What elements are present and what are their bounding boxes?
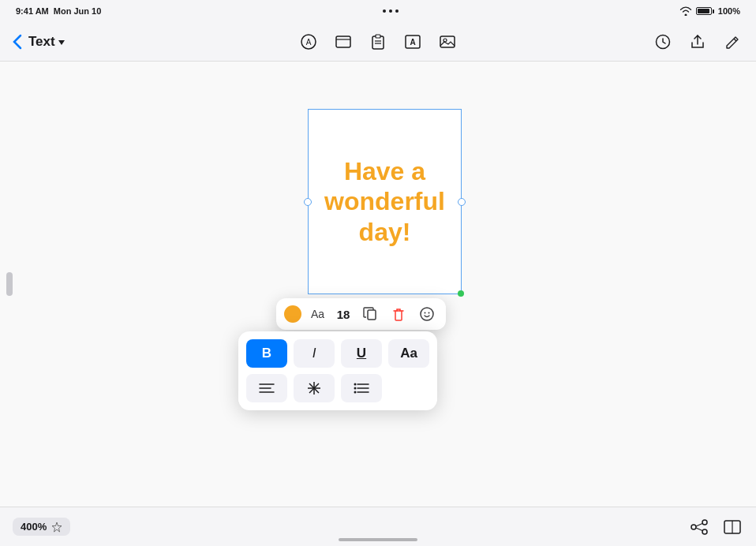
battery-label: 100% xyxy=(718,6,740,16)
chevron-down-icon[interactable] xyxy=(58,40,65,45)
svg-text:A: A xyxy=(410,38,415,47)
dot1 xyxy=(383,9,386,13)
format-row-2 xyxy=(246,374,429,402)
status-dots xyxy=(383,9,399,13)
grid-view-icon xyxy=(723,518,742,537)
home-indicator xyxy=(339,538,417,541)
resize-handle-left[interactable] xyxy=(304,198,312,206)
connection-dot xyxy=(458,290,464,297)
zoom-level: 400% xyxy=(21,521,47,533)
share-icon[interactable] xyxy=(687,31,709,53)
more-options-button[interactable] xyxy=(416,303,438,325)
star-icon xyxy=(51,522,62,533)
align-left-icon xyxy=(258,382,275,395)
svg-rect-2 xyxy=(336,36,350,47)
bottom-right-controls xyxy=(688,516,743,538)
svg-line-13 xyxy=(734,39,736,41)
zoom-control[interactable]: 400% xyxy=(13,518,70,536)
list-button[interactable] xyxy=(341,374,382,402)
svg-point-15 xyxy=(421,308,433,320)
clipboard-icon[interactable] xyxy=(367,31,389,53)
status-time: 9:41 AM Mon Jun 10 xyxy=(16,6,101,16)
svg-point-11 xyxy=(443,39,447,42)
font-button[interactable]: Aa xyxy=(388,339,429,368)
back-arrow-icon xyxy=(13,34,22,50)
connect-icon xyxy=(690,518,709,537)
history-icon xyxy=(654,33,672,50)
diagram-icon[interactable] xyxy=(688,516,710,538)
copy-icon xyxy=(362,306,378,322)
text-box-text[interactable]: Have a wonderful day! xyxy=(316,156,453,247)
asterisk-button[interactable] xyxy=(294,374,335,402)
layers-tool-icon xyxy=(335,33,352,50)
smiley-icon xyxy=(419,306,435,322)
resize-handle-right[interactable] xyxy=(458,198,466,206)
image-tool-icon xyxy=(439,33,456,50)
battery-indicator xyxy=(696,7,714,15)
center-align-icon xyxy=(306,380,322,396)
toolbar-center-icons: A A xyxy=(298,31,458,53)
date-label: Mon Jun 10 xyxy=(54,6,102,16)
bold-button[interactable]: B xyxy=(246,339,287,368)
pen-tool-icon: A xyxy=(300,33,317,50)
time-label: 9:41 AM xyxy=(16,6,49,16)
svg-rect-14 xyxy=(368,310,376,320)
svg-point-16 xyxy=(425,312,426,314)
clipboard-tool-icon xyxy=(369,33,387,50)
svg-point-30 xyxy=(354,391,357,394)
annotate-icon[interactable]: A xyxy=(298,31,320,53)
back-button[interactable] xyxy=(13,34,22,50)
italic-button[interactable]: I xyxy=(294,339,335,368)
text-box-container[interactable]: Have a wonderful day! xyxy=(308,109,462,294)
share-tool-icon xyxy=(689,33,706,50)
toolbar-right-icons xyxy=(652,31,743,53)
align-button[interactable] xyxy=(246,374,287,402)
svg-line-35 xyxy=(696,523,702,526)
image-icon[interactable] xyxy=(436,31,458,53)
svg-rect-5 xyxy=(376,35,380,38)
svg-rect-10 xyxy=(440,36,455,47)
wifi-icon xyxy=(679,6,692,16)
gallery-icon[interactable] xyxy=(721,516,743,538)
clock-icon[interactable] xyxy=(652,31,674,53)
svg-point-34 xyxy=(702,529,707,534)
trash-icon xyxy=(391,306,406,322)
svg-point-17 xyxy=(429,312,430,314)
status-right: 100% xyxy=(679,6,740,16)
title-group: Text xyxy=(28,34,65,50)
format-row-1: B I U Aa xyxy=(246,339,429,368)
svg-point-29 xyxy=(354,387,357,390)
float-toolbar: Aa 18 xyxy=(276,298,446,330)
svg-point-33 xyxy=(702,520,707,525)
dot2 xyxy=(389,9,392,13)
svg-text:A: A xyxy=(306,38,312,47)
copy-button[interactable] xyxy=(359,303,381,325)
scroll-handle[interactable] xyxy=(6,272,13,296)
svg-line-36 xyxy=(696,528,702,531)
edit-icon[interactable] xyxy=(721,31,743,53)
svg-point-32 xyxy=(691,525,696,529)
color-picker-button[interactable] xyxy=(284,305,301,323)
svg-point-28 xyxy=(354,383,357,386)
svg-marker-31 xyxy=(52,522,62,532)
underline-button[interactable]: U xyxy=(341,339,382,368)
layers-icon[interactable] xyxy=(332,31,354,53)
page-title: Text xyxy=(28,34,55,50)
text-format-icon[interactable]: A xyxy=(402,31,424,53)
delete-button[interactable] xyxy=(387,303,410,325)
dot3 xyxy=(395,9,399,13)
text-tool-icon: A xyxy=(404,33,421,50)
format-panel: B I U Aa xyxy=(238,331,437,410)
status-bar: 9:41 AM Mon Jun 10 100% xyxy=(0,0,756,22)
font-size-label: 18 xyxy=(334,308,353,321)
text-box[interactable]: Have a wonderful day! xyxy=(308,109,462,294)
canvas-area[interactable]: Have a wonderful day! Aa 18 xyxy=(0,62,756,507)
font-style-button[interactable]: Aa xyxy=(308,306,327,322)
list-icon xyxy=(353,382,370,395)
edit-tool-icon xyxy=(724,33,741,50)
main-toolbar: Text A xyxy=(0,22,756,62)
